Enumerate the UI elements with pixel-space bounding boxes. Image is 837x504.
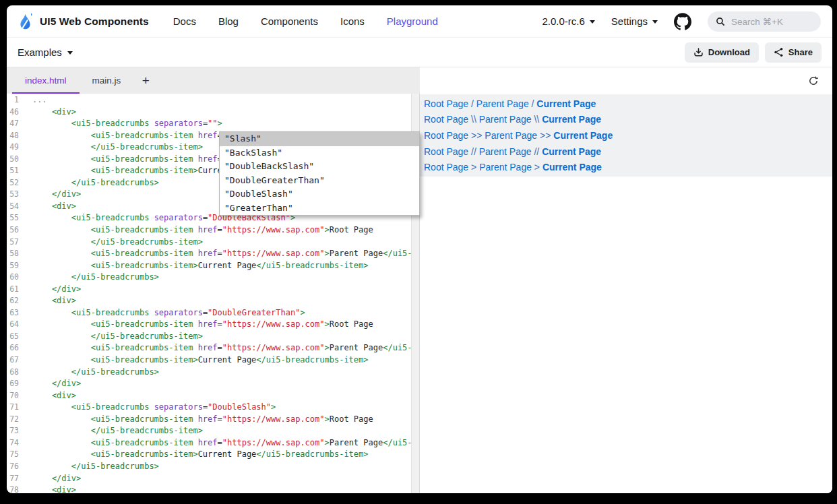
line-number: 78 [7,485,19,493]
search-placeholder: Search ⌘+K [731,16,783,27]
nav-link-components[interactable]: Components [261,15,318,27]
breadcrumb-link[interactable]: Parent Page [479,162,532,172]
autocomplete-dropdown: "Slash""BackSlash""DoubleBackSlash""Doub… [219,131,420,216]
brand-link[interactable]: UI5 Web Components [18,11,149,32]
version-dropdown[interactable]: 2.0.0-rc.6 [542,15,594,27]
autocomplete-item[interactable]: "DoubleGreaterThan" [220,174,419,188]
line-number: 60 [7,272,19,282]
code-line: 46 <div> [7,107,411,119]
code-line: 78 <div> [7,485,411,493]
line-number: 74 [7,438,19,447]
code-line: 75 <ui5-breadcrumbs-item>Current Page</u… [7,449,411,462]
download-label: Download [708,47,750,57]
chevron-down-icon [590,20,595,24]
search-icon [716,17,725,26]
breadcrumb-row: Root Page > Parent Page > Current Page [424,159,832,175]
breadcrumb-row: Root Page \\ Parent Page \\ Current Page [424,112,832,128]
preview-toolbar [420,67,832,94]
examples-label: Examples [18,46,62,58]
settings-dropdown[interactable]: Settings [611,15,658,27]
workspace: index.html main.js + 1...46 <div>47 <ui5… [7,67,832,493]
breadcrumb-link[interactable]: Parent Page [479,114,532,125]
nav-link-blog[interactable]: Blog [218,15,239,27]
share-button[interactable]: Share [765,42,822,63]
breadcrumb-link[interactable]: Parent Page [476,98,529,109]
nav-link-docs[interactable]: Docs [173,15,196,27]
refresh-icon [808,75,819,86]
line-number: 56 [7,225,19,234]
code-line: 63 <ui5-breadcrumbs separators="DoubleGr… [7,308,411,320]
github-link[interactable] [674,13,691,30]
breadcrumb-link[interactable]: Parent Page [485,130,537,141]
line-number: 75 [7,449,19,459]
autocomplete-item[interactable]: "DoubleSlash" [220,187,419,201]
breadcrumb-link[interactable]: Root Page [424,114,468,125]
breadcrumb-link[interactable]: Parent Page [479,146,532,157]
examples-dropdown[interactable]: Examples [18,46,73,58]
refresh-button[interactable] [808,75,819,86]
breadcrumb-current-page: Current Page [536,98,596,109]
code-line: 71 <ui5-breadcrumbs separators="DoubleSl… [7,402,411,414]
search-input[interactable]: Search ⌘+K [708,11,821,32]
code-line: 68 </ui5-breadcrumbs> [7,367,411,379]
code-line: 62 <div> [7,296,411,308]
line-number: 71 [7,402,19,412]
code-line: 66 <ui5-breadcrumbs-item href="https://w… [7,343,411,355]
line-number: 47 [7,119,19,128]
tab-index-html[interactable]: index.html [12,67,80,94]
line-number: 73 [7,426,19,435]
examples-toolbar: Examples Download Share [7,38,832,67]
line-number: 53 [7,189,19,199]
breadcrumb-link[interactable]: Root Page [424,146,468,157]
breadcrumb-link[interactable]: Root Page [424,162,468,172]
code-line: 67 <ui5-breadcrumbs-item>Current Page</u… [7,355,411,367]
line-number: 62 [7,296,19,305]
code-line: 72 <ui5-breadcrumbs-item href="https://w… [7,414,411,427]
breadcrumb-separator: > [468,162,479,172]
breadcrumb-current-page: Current Page [542,114,601,125]
line-number: 63 [7,308,19,317]
chevron-down-icon [652,20,658,24]
line-number: 65 [7,332,19,341]
line-number: 58 [7,249,19,258]
tab-main-js[interactable]: main.js [80,67,134,94]
app-window: UI5 Web Components Docs Blog Components … [7,5,832,493]
autocomplete-item[interactable]: "BackSlash" [220,146,419,160]
toolbar-buttons: Download Share [685,42,822,63]
editor-tabbar: index.html main.js + [7,67,420,94]
breadcrumb-link[interactable]: Root Page [424,98,468,109]
main-nav: Docs Blog Components Icons Playground [173,15,438,27]
download-button[interactable]: Download [685,42,759,63]
code-line: 65 </ui5-breadcrumbs-item> [7,332,411,344]
top-navbar: UI5 Web Components Docs Blog Components … [7,5,832,38]
breadcrumb-link[interactable]: Root Page [424,130,468,141]
code-line: 61 </div> [7,284,411,296]
line-number: 76 [7,462,19,471]
share-label: Share [788,47,813,57]
download-icon [693,47,704,57]
line-number: 48 [7,131,19,140]
brand-title: UI5 Web Components [40,15,149,28]
nav-link-playground[interactable]: Playground [387,15,438,27]
autocomplete-item[interactable]: "Slash" [220,132,419,146]
breadcrumb-separator: \\ [468,114,479,125]
autocomplete-item[interactable]: "DoubleBackSlash" [220,160,419,174]
line-number: 50 [7,154,19,164]
code-line: 76 </ui5-breadcrumbs> [7,462,411,474]
code-line: 77 </div> [7,474,411,486]
preview-pane: Root Page / Parent Page / Current PageRo… [420,67,832,493]
settings-label: Settings [611,15,648,27]
nav-link-icons[interactable]: Icons [340,15,365,27]
line-number: 1 [7,95,19,104]
code-line: 69 </div> [7,379,411,391]
version-label: 2.0.0-rc.6 [542,15,584,27]
autocomplete-item[interactable]: "GreaterThan" [220,201,419,216]
line-number: 51 [7,166,19,175]
share-icon [774,47,784,57]
line-number: 64 [7,319,19,329]
tab-label: main.js [92,75,121,86]
new-tab-button[interactable]: + [133,67,158,94]
code-line: 57 </ui5-breadcrumbs-item> [7,237,411,249]
ui5-flame-logo-icon [18,11,34,32]
line-number: 69 [7,379,19,388]
